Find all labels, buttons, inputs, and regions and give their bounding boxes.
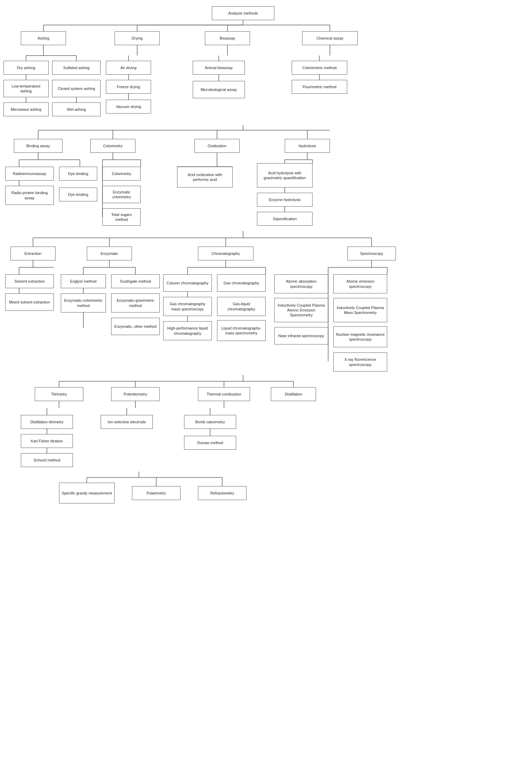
microwave-ashing-node: Microwave ashing	[3, 102, 49, 116]
titrimetry-node: Titrimetry	[35, 387, 83, 401]
diagram: Analysis methods Ashing Drying Bioassay …	[0, 0, 532, 782]
spectroscopy-node: Spectroscopy	[347, 247, 396, 260]
ashing-node: Ashing	[21, 31, 66, 45]
icp-aes-node: Inductively Coupled Plasma Atomic Emissi…	[274, 298, 328, 322]
low-temp-ashing-node: Low-temperature ashing	[3, 80, 49, 97]
wet-ashing-node: Wet ashing	[52, 102, 101, 116]
distillation-main-node: Distillation	[271, 387, 316, 401]
atomic-absorption-node: Atomic absorption spectroscopy	[274, 274, 328, 293]
drying-node: Drying	[115, 31, 160, 45]
column-chrom-node: Column chromatography	[163, 274, 212, 292]
freeze-drying-node: Freeze drying	[106, 80, 151, 94]
dye-binding1-node: Dye binding	[59, 167, 97, 181]
dumas-node: Dumas method	[184, 436, 236, 450]
near-ir-node: Near infrared spectroscopy	[274, 327, 328, 344]
polarimetry-node: Polarimetry	[132, 486, 181, 500]
enzymatic-gravimetric-node: Enzymatic-gravimetric method	[111, 293, 160, 313]
chromatography-node: Chromatography	[198, 247, 253, 260]
liquid-chrom-mass-node: Liquid chromatography-mass spectrometry	[217, 320, 266, 341]
acid-oxidization-node: Acid oxidization with performic acid	[177, 167, 233, 188]
xrf-node: X-ray fluorescence spectroscopy	[333, 352, 387, 372]
atomic-emission-node: Atomic emission spectroscopy	[333, 274, 387, 293]
hplc-node: High-performance liquid chromatography	[163, 321, 212, 340]
solvent-extraction-node: Solvent extraction	[5, 274, 54, 288]
saponification-node: Saponification	[257, 212, 313, 226]
karl-fisher-node: Karl Fisher titration	[21, 434, 73, 448]
gas-chrom-mass-node: Gas chromatography mass spectroscopy	[163, 297, 212, 316]
schoorl-node: Schoorl method	[21, 453, 73, 467]
specific-gravity-node: Specific gravity measurement	[59, 483, 115, 504]
bomb-calorimetry-node: Bomb calorimetry	[184, 415, 236, 429]
radioimmunoassay-node: Radioimmunoassay	[5, 167, 54, 181]
total-sugars-node: Total sugars method	[102, 208, 141, 226]
microbiological-assay-node: Microbiological assay	[193, 81, 245, 98]
gas-chrom-node: Gas chromatography	[217, 274, 266, 292]
enzymatic-other-node: Enzymatic, other method	[111, 318, 160, 335]
air-drying-node: Air drying	[106, 61, 151, 75]
englyst-node: Englyst method	[61, 274, 106, 288]
chemical-assay-node: Chemical assay	[302, 31, 358, 45]
distillation-titrimetry-node: Distillation titrimetry	[21, 415, 73, 429]
colorimetry-main-node: Colorimetry	[90, 139, 135, 153]
closed-system-ashing-node: Closed system ashing	[52, 80, 101, 97]
acid-hydrolysis-node: Acid hydrolysis with gravimetric quantif…	[257, 163, 313, 188]
colorimetry-sub-node: Colorimetry	[102, 167, 141, 181]
refractometry-node: Refractometry	[198, 486, 247, 500]
nmr-node: Nuclear magnetic resonance spectroscopy	[333, 326, 387, 347]
colorimetric-method-node: Colorimetric method	[292, 61, 347, 75]
enzymatic-main-node: Enzymatic	[87, 247, 132, 260]
binding-assay-node: Binding assay	[14, 139, 63, 153]
vacuum-drying-node: Vacuum drying	[106, 100, 151, 114]
mixed-solvent-node: Mixed solvent extraction	[5, 293, 54, 311]
enzymatic-colorimetry-node: Enzymatic colorimetry	[102, 186, 141, 203]
extraction-node: Extraction	[10, 247, 56, 260]
root-node: Analysis methods	[212, 6, 274, 20]
bioassay-node: Bioassay	[205, 31, 250, 45]
hydrolysis-node: Hydrolysis	[285, 139, 330, 153]
fluorimetric-method-node: Fluorimetric method	[292, 80, 347, 94]
southgate-node: Southgate method	[111, 274, 160, 288]
radio-protein-node: Radio-protein binding assay	[5, 186, 54, 205]
thermal-combustion-node: Thermal combustion	[198, 387, 250, 401]
potentiometry-node: Potentiometry	[111, 387, 160, 401]
sulfated-ashing-node: Sulfated ashing	[52, 61, 101, 75]
animal-bioassay-node: Animal bioassay	[193, 61, 245, 75]
gas-liquid-node: Gas-liquid chromatography	[217, 297, 266, 316]
ion-selective-node: Ion-selective electrode	[101, 415, 153, 429]
enzymatic-colorimetric-node: Enzymatic-colorimetric method	[61, 293, 106, 313]
oxidization-node: Oxidization	[194, 139, 240, 153]
icp-ms-node: Inductively Coupled Plasma Mass Spectrom…	[333, 298, 387, 322]
dry-ashing-node: Dry ashing	[3, 61, 49, 75]
dye-binding2-node: Dye binding	[59, 188, 97, 201]
enzyme-hydrolysis-node: Enzyme hydrolysis	[257, 193, 313, 207]
